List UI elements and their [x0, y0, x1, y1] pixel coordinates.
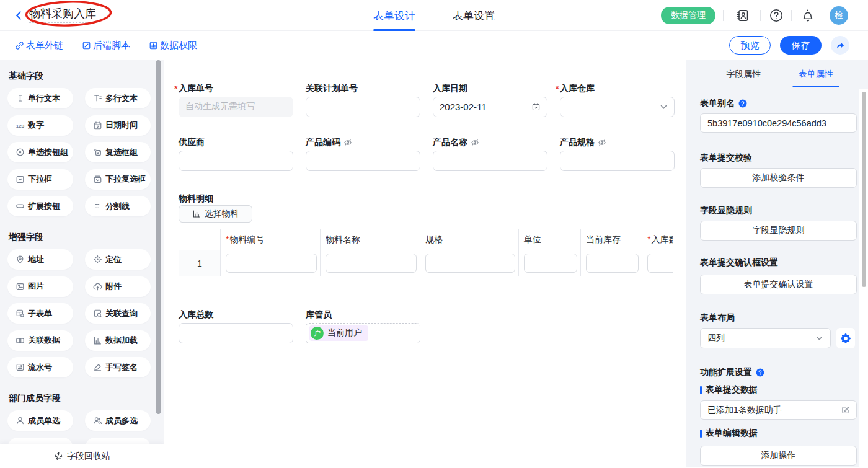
help-icon[interactable]: [756, 368, 764, 377]
toolbar-link-data-permission-icon[interactable]: 数据权限: [149, 40, 197, 51]
field-item-datetime[interactable]: 日期时间: [85, 115, 151, 136]
linked-query-icon: [93, 309, 102, 318]
form-field-disabled[interactable]: *入库单号自动生成无需填写: [179, 82, 293, 117]
data-manage-button[interactable]: 数据管理: [661, 7, 715, 24]
subform-cell-input[interactable]: [326, 254, 417, 273]
subform-cell-input[interactable]: [425, 254, 515, 273]
tab-form-settings[interactable]: 表单设置: [453, 0, 495, 31]
text-input[interactable]: [560, 151, 675, 171]
field-item-member-single[interactable]: 成员单选: [7, 410, 73, 431]
subform-cell: [581, 250, 642, 276]
select-icon: [16, 175, 25, 184]
preview-button[interactable]: 预览: [729, 36, 771, 55]
section-form-alias: 表单别名 5b3917e0910c0e294c56add3: [700, 97, 857, 133]
date-input[interactable]: 2023-02-11: [433, 97, 547, 117]
bell-icon[interactable]: [801, 9, 815, 22]
add-validation-button[interactable]: 添加校验条件: [700, 168, 857, 188]
script-icon: [82, 41, 91, 50]
field-item-extend-button[interactable]: 扩展按钮: [7, 196, 73, 216]
field-item-member-multi[interactable]: 成员多选: [85, 410, 151, 431]
field-item-multi-select[interactable]: 下拉复选框: [85, 169, 151, 190]
subform-cell-input[interactable]: [586, 254, 639, 273]
field-visibility-button[interactable]: 字段显隐规则: [700, 221, 857, 241]
share-button[interactable]: [831, 36, 849, 55]
select-input[interactable]: [560, 97, 675, 117]
field-library-scroll[interactable]: 基础字段单行文本多行文本123数字日期时间单选按钮组复选框组下拉框下拉复选框扩展…: [0, 60, 164, 467]
add-operation-button[interactable]: 添加操作: [700, 446, 857, 466]
current-user-tag[interactable]: 户当前用户: [309, 325, 368, 341]
field-item-serial-number[interactable]: 流水号: [7, 357, 73, 377]
form-field-text[interactable]: 产品编码: [306, 136, 420, 171]
field-item-radio-group[interactable]: 单选按钮组: [7, 142, 73, 162]
panel-scrollbar-track[interactable]: [859, 89, 868, 467]
field-item-label: 成员单选: [28, 415, 60, 427]
submit-confirm-button[interactable]: 表单提交确认设置: [700, 275, 857, 294]
form-field-text[interactable]: 入库总数: [179, 309, 293, 343]
panel-scrollbar-thumb[interactable]: [862, 92, 866, 287]
field-control[interactable]: [560, 151, 675, 171]
field-item-single-line-text[interactable]: 单行文本: [7, 88, 73, 108]
field-item-address[interactable]: 地址: [7, 249, 73, 270]
field-item-linked-data[interactable]: 关联数据: [7, 330, 73, 351]
field-control[interactable]: [179, 323, 293, 343]
help-icon[interactable]: [738, 99, 747, 108]
toolbar-link-link-icon[interactable]: 表单外链: [15, 40, 63, 51]
layout-settings-button[interactable]: [836, 328, 855, 348]
submit-data-box[interactable]: 已添加1条数据助手: [700, 400, 857, 420]
tab-form-design[interactable]: 表单设计: [373, 0, 415, 31]
field-item-attachment[interactable]: 附件: [85, 276, 151, 297]
field-label: 入库日期: [433, 83, 467, 94]
back-icon[interactable]: [14, 11, 24, 20]
field-control[interactable]: [179, 151, 293, 171]
form-field-user[interactable]: 库管员户当前用户: [306, 309, 420, 343]
field-item-subform[interactable]: 子表单: [7, 303, 73, 324]
text-input[interactable]: [306, 97, 420, 117]
save-button[interactable]: 保存: [780, 36, 822, 55]
field-control[interactable]: [306, 151, 420, 171]
toolbar-link-script-icon[interactable]: 后端脚本: [82, 40, 130, 51]
field-control[interactable]: 户当前用户: [306, 323, 420, 343]
layout-select[interactable]: 四列: [700, 328, 831, 348]
user-field-box[interactable]: 户当前用户: [306, 323, 420, 343]
input-placeholder: 自动生成无需填写: [185, 101, 255, 112]
edit-icon[interactable]: [841, 405, 850, 415]
field-item-location[interactable]: 定位: [85, 249, 151, 270]
text-input[interactable]: [433, 151, 547, 171]
contacts-icon[interactable]: [736, 9, 750, 22]
form-field-text[interactable]: 产品规格: [560, 136, 675, 171]
form-field-select[interactable]: *入库仓库: [560, 82, 675, 117]
tab-form-properties[interactable]: 表单属性: [780, 60, 852, 89]
text-input[interactable]: [179, 151, 293, 171]
subform-cell-input[interactable]: [226, 254, 317, 273]
field-item-number[interactable]: 123数字: [7, 115, 73, 136]
field-item-divider[interactable]: 分割线: [85, 196, 151, 216]
field-item-checkbox-group[interactable]: 复选框组: [85, 142, 151, 162]
field-control[interactable]: [433, 151, 547, 171]
field-control[interactable]: 2023-02-11: [433, 97, 547, 117]
field-control[interactable]: 自动生成无需填写: [179, 97, 293, 117]
form-field-text[interactable]: 关联计划单号: [306, 82, 420, 117]
field-item-multi-line-text[interactable]: 多行文本: [85, 88, 151, 108]
sidebar-scrollbar[interactable]: [156, 60, 161, 414]
field-item-data-load[interactable]: 数据加载: [85, 330, 151, 351]
field-item-linked-query[interactable]: 关联查询: [85, 303, 151, 324]
form-alias-input[interactable]: 5b3917e0910c0e294c56add3: [700, 113, 857, 133]
avatar[interactable]: 检: [830, 6, 848, 25]
field-item-select[interactable]: 下拉框: [7, 169, 73, 190]
field-item-signature[interactable]: 手写签名: [85, 357, 151, 377]
field-control[interactable]: [560, 97, 675, 117]
subform-cell-input[interactable]: [647, 254, 673, 273]
help-icon[interactable]: [769, 9, 783, 22]
field-item-image[interactable]: 图片: [7, 276, 73, 297]
text-input[interactable]: [179, 323, 293, 343]
field-control[interactable]: [306, 97, 420, 117]
pick-material-button[interactable]: 选择物料: [179, 205, 252, 223]
text-input[interactable]: [306, 151, 420, 171]
tab-field-properties[interactable]: 字段属性: [707, 60, 780, 89]
field-recycle-bin[interactable]: 字段回收站: [0, 444, 164, 467]
form-field-text[interactable]: 产品名称: [433, 136, 547, 171]
form-field-date[interactable]: 入库日期2023-02-11: [433, 82, 547, 117]
form-field-text[interactable]: 供应商: [179, 136, 293, 171]
subform-cell-input[interactable]: [524, 254, 577, 273]
form-title[interactable]: 物料采购入库: [29, 7, 96, 23]
